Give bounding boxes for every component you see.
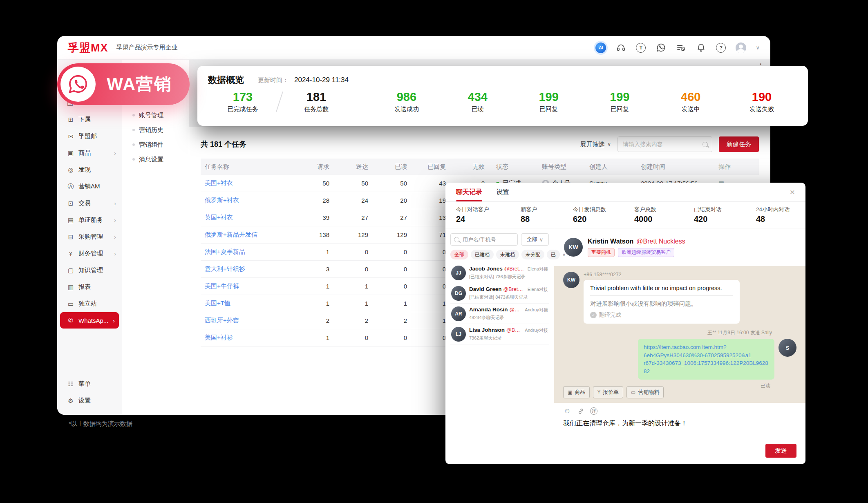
conversation-header: KW Kristin Watson@Brett Nuckless 重要商机 欧洲… [554, 228, 805, 266]
sidebar-item-knowledge[interactable]: ▢知识管理 [57, 262, 122, 279]
chevron-right-icon: › [114, 150, 116, 156]
ai-assistant-icon[interactable]: AI [595, 42, 606, 53]
contact-search-input[interactable] [462, 236, 514, 243]
list-item[interactable]: JJ Jacob Jones@Brett NucklessElena对接 [已结… [450, 263, 549, 283]
task-name-link[interactable]: 美国+衬衣 [201, 179, 291, 187]
task-name-link[interactable]: 美国+牛仔裤 [201, 282, 291, 290]
tag-important-opportunity[interactable]: 重要商机 [588, 248, 615, 257]
account-chevron-down-icon[interactable]: ∨ [756, 45, 760, 51]
vertical-divider [361, 92, 361, 111]
tag-customer-label[interactable]: 欧洲超级服装贸易客户 [618, 248, 674, 257]
task-name-link[interactable]: 俄罗斯+衬衣 [201, 197, 291, 204]
bullet-icon [132, 129, 135, 131]
whatsapp-icon[interactable] [655, 42, 666, 53]
sidebar-item-whatsapp[interactable]: ✆WhatsAp...› [60, 312, 119, 329]
new-task-button[interactable]: 新建任务 [719, 136, 759, 152]
avatar: KW [564, 238, 583, 257]
task-search-input[interactable] [622, 141, 699, 148]
header-icon-bar: AI T ? ∨ [595, 42, 760, 53]
stat-sending: 460发送中 [655, 90, 726, 113]
task-name-link[interactable]: 法国+夏季新品 [201, 248, 291, 256]
history-log-icon[interactable] [676, 42, 686, 53]
contact-filter-select[interactable]: 全部∨ [521, 233, 549, 246]
help-icon[interactable]: ? [716, 42, 726, 53]
sidebar-item-reports[interactable]: ▥报表 [57, 279, 122, 295]
task-name-link[interactable]: 美国+衬衫 [201, 334, 291, 342]
message-area: KW +86 158****0272 Trivial problem with … [554, 266, 805, 403]
bullet-icon [132, 114, 135, 116]
marketing-material-button[interactable]: ▭营销物料 [626, 386, 664, 398]
sidebar-item-discover[interactable]: ◎发现 [57, 161, 122, 178]
submenu-item-components[interactable]: 营销组件 [122, 137, 189, 152]
whatsapp-icon: ✆ [67, 317, 74, 324]
template-message-icon[interactable]: T [635, 42, 646, 53]
stat-new-customers: 新客户88 [521, 206, 573, 224]
sidebar-item-settings[interactable]: ⚙设置 [57, 392, 122, 409]
emoji-icon[interactable]: ☺ [563, 407, 571, 415]
sidebar-item-marketing-am[interactable]: Ⓐ营销AM [57, 178, 122, 195]
chat-contact-panel: 全部∨ 全部 已建档 未建档 未分配 已 ∨ JJ Jacob Jones@Br… [445, 228, 554, 464]
search-icon[interactable] [702, 142, 708, 147]
box-icon: ⊟ [67, 233, 74, 241]
chevron-right-icon: › [113, 317, 115, 324]
bell-icon[interactable] [696, 42, 706, 53]
customer-name: Kristin Watson [588, 238, 633, 245]
headset-icon[interactable] [615, 42, 626, 53]
sidebar-item-products[interactable]: ▣商品› [57, 145, 122, 161]
yen-icon: ¥ [67, 250, 74, 257]
updated-value: 2024-10-29 11:34 [294, 76, 349, 84]
app-header: 孚盟MX 孚盟产品演示专用企业 AI T ? ∨ [57, 36, 770, 60]
sidebar-item-menu[interactable]: ☷菜单 [57, 376, 122, 392]
chip-unassigned[interactable]: 未分配 [521, 250, 544, 259]
sidebar-item-mail[interactable]: ✉孚盟邮 [57, 128, 122, 145]
submenu-item-history[interactable]: 营销历史 [122, 123, 189, 137]
translate-icon[interactable]: 译 [590, 407, 597, 415]
send-button[interactable]: 发送 [765, 444, 796, 458]
tab-chat-history[interactable]: 聊天记录 [456, 183, 482, 201]
list-item[interactable]: LJ Lisa Johnson@Brett Nuc...Andruy对接 736… [450, 324, 549, 344]
sidebar-bottom: ☷菜单 ⚙设置 [57, 376, 122, 409]
list-item[interactable]: DG David Green@Brett NucklessElena对接 [已结… [450, 283, 549, 304]
tab-settings[interactable]: 设置 [496, 183, 509, 201]
task-count: 共 181 个任务 [201, 139, 246, 149]
task-name-link[interactable]: 英国+衬衣 [201, 214, 291, 221]
incoming-message: KW +86 158****0272 Trivial problem with … [563, 272, 796, 324]
task-search-box [617, 136, 712, 152]
user-avatar[interactable] [736, 42, 746, 53]
chevron-right-icon: › [114, 250, 116, 257]
close-icon[interactable]: × [790, 187, 795, 197]
submenu-item-accounts[interactable]: 账号管理 [122, 108, 189, 123]
list-item[interactable]: AR Amanda Rosin@Brett Nuc...Andruy对接 482… [450, 304, 549, 324]
chip-all[interactable]: 全部 [450, 250, 468, 259]
product-button[interactable]: ▣商品 [563, 386, 590, 398]
sidebar-item-shipping-docs[interactable]: ▤单证船务› [57, 212, 122, 228]
expand-filter-button[interactable]: 展开筛选∨ [580, 141, 611, 148]
org-icon: ⊞ [67, 116, 74, 123]
product-icon: ▣ [67, 150, 74, 157]
sidebar-item-trade[interactable]: ⊡交易› [57, 195, 122, 212]
task-name-link[interactable]: 美国+T恤 [201, 300, 291, 307]
task-name-link[interactable]: 俄罗斯+新品开发信 [201, 231, 291, 239]
stat-total-customers: 客户总数4000 [634, 206, 694, 224]
submenu-item-messages[interactable]: 消息设置 [122, 152, 189, 167]
task-name-link[interactable]: 西班牙+外套 [201, 317, 291, 324]
link-icon[interactable] [577, 407, 585, 415]
chip-unfiled[interactable]: 未建档 [496, 250, 519, 259]
task-name-link[interactable]: 意大利+针织衫 [201, 265, 291, 273]
sidebar-item-finance[interactable]: ¥财务管理› [57, 245, 122, 262]
search-icon [454, 237, 459, 242]
product-icon: ▣ [568, 389, 572, 395]
chat-tab-bar: 聊天记录 设置 × [445, 183, 805, 202]
sender-phone: +86 158****0272 [584, 272, 740, 277]
compose-input[interactable]: 我们正在清理仓库，为新一季的设计准备！ [563, 419, 796, 428]
sidebar-item-procurement[interactable]: ⊟采购管理› [57, 228, 122, 245]
sidebar-item-website[interactable]: ▭独立站 [57, 295, 122, 312]
sidebar-item-subordinates[interactable]: ⊞下属 [57, 111, 122, 128]
quotation-button[interactable]: ¥报价单 [593, 386, 623, 398]
table-header-row: 任务名称 请求 送达 已读 已回复 无效 状态 账号类型 创建人 创建时间 操作 [201, 159, 759, 175]
quotation-icon: ¥ [597, 389, 600, 395]
outgoing-bubble-link[interactable]: https://item.tacbao.com item.htm? 6eb4GP… [638, 339, 774, 380]
chat-panel: 聊天记录 设置 × 今日对话客户24 新客户88 今日发消息数620 客户总数4… [445, 183, 805, 464]
updated-label: 更新时间： [258, 76, 289, 84]
chip-filed[interactable]: 已建档 [471, 250, 494, 259]
